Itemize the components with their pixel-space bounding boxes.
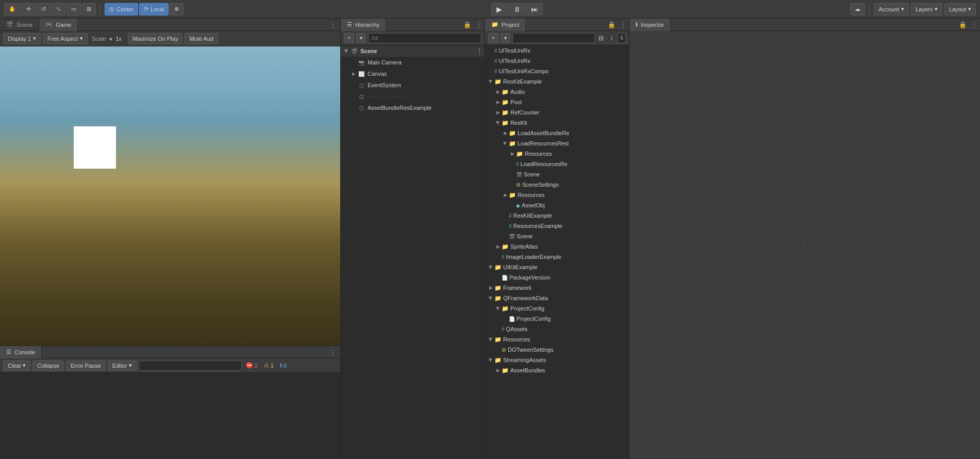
mute-btn[interactable]: Mute Aud — [185, 33, 218, 44]
tree-audio[interactable]: ▶ 📁 Audio — [485, 87, 629, 97]
layout-dropdown[interactable]: Layout ▾ — [944, 3, 976, 15]
tree-projectconfig-cs[interactable]: ▶ 📄 ProjectConfig — [485, 314, 629, 324]
tree-qframeworkdata[interactable]: ▶ 📁 QFrameworkData — [485, 293, 629, 303]
project-filter-icon[interactable]: ⊟ — [597, 34, 605, 42]
tree-packageversion[interactable]: ▶ 📄 PackageVersion — [485, 272, 629, 283]
tree-assetobj[interactable]: ▶ ◆ AssetObj — [485, 200, 629, 210]
game-tab[interactable]: 🎮 Game — [39, 19, 78, 31]
tree-assetbundles[interactable]: ▶ 📁 AssetBundles — [485, 365, 629, 375]
inspector-tab[interactable]: ℹ Inspector — [629, 19, 671, 31]
tree-scene-2[interactable]: ▶ 🎬 Scene — [485, 231, 629, 241]
tree-loadresources[interactable]: ▶ 📁 LoadResourcesResl — [485, 138, 629, 149]
hierarchy-add-dropdown[interactable]: ▾ — [356, 33, 366, 43]
console-tab[interactable]: ☰ Console — [0, 346, 42, 358]
hierarchy-menu-icon[interactable]: ⋮ — [473, 21, 485, 29]
scale-tool-btn[interactable]: ⤡ — [52, 3, 65, 15]
tree-loadassetbundle[interactable]: ▶ 📁 LoadAssetBundleRe — [485, 128, 629, 138]
account-dropdown[interactable]: Account ▾ — [874, 3, 909, 15]
move-tool-btn[interactable]: ✛ — [22, 3, 36, 15]
scene-menu-icon[interactable]: ⋮ — [476, 47, 483, 55]
tree-loadresources-cs[interactable]: ▶ # LoadResourcesRe — [485, 159, 629, 169]
reskit-expand: ▶ — [494, 119, 502, 126]
assetbundle-icon: ⬡ — [357, 104, 366, 112]
tree-spriteatlas[interactable]: ▶ 📁 SpriteAtlas — [485, 241, 629, 252]
hierarchy-lock-icon[interactable]: 🔒 — [461, 21, 473, 28]
project-search-input[interactable] — [512, 33, 595, 43]
hierarchy-search-input[interactable] — [368, 33, 481, 43]
aspect-dropdown[interactable]: Free Aspect ▾ — [43, 33, 88, 44]
pivot-btn[interactable]: ⊕ — [170, 3, 184, 15]
hierarchy-assetbundle-example[interactable]: ▶ ⬡ AssetBundleResExample — [341, 102, 485, 113]
tree-pool[interactable]: ▶ 📁 Pool — [485, 97, 629, 107]
project-menu-icon[interactable]: ⋮ — [618, 21, 629, 29]
tree-scenesettings[interactable]: ▶ ⚙ SceneSettings — [485, 179, 629, 190]
tree-uitestunirx-2[interactable]: ▶ # UITestUniRx — [485, 56, 629, 66]
editor-dropdown[interactable]: Editor ▾ — [108, 360, 137, 371]
tree-uitestunirx-1[interactable]: ▶ # UITestUniRx — [485, 45, 629, 56]
game-tab-label: Game — [56, 22, 71, 28]
inspector-lock-icon[interactable]: 🔒 — [957, 21, 969, 28]
hand-tool-btn[interactable]: ✋ — [4, 3, 21, 15]
pause-btn[interactable]: ⏸ — [509, 3, 525, 15]
transform-tools: ✋ ✛ ↺ ⤡ ▭ ⊞ — [4, 3, 96, 15]
layers-chevron-icon: ▾ — [935, 6, 938, 12]
play-btn[interactable]: ▶ — [491, 3, 508, 15]
tree-uitestunirxcompo[interactable]: ▶ # UITestUniRxCompo — [485, 66, 629, 76]
tree-scene-inner[interactable]: ▶ 🎬 Scene — [485, 169, 629, 179]
collapse-btn[interactable]: Collapse — [32, 360, 64, 371]
tree-framework[interactable]: ▶ 📁 Framework — [485, 283, 629, 293]
tree-imageloader[interactable]: ▶ # ImageLoaderExample — [485, 252, 629, 262]
hierarchy-canvas[interactable]: ▶ ⬜ Canvas — [341, 68, 485, 79]
console-tab-menu-btn[interactable]: ⋮ — [328, 347, 338, 357]
maximize-btn[interactable]: Maximize On Play — [128, 33, 183, 44]
inspector-tab-icon: ℹ — [636, 21, 638, 28]
step-btn[interactable]: ⏭ — [526, 3, 543, 15]
qframeworkdata-label: QFrameworkData — [503, 295, 548, 301]
tree-streamingassets[interactable]: ▶ 📁 StreamingAssets — [485, 355, 629, 365]
tree-dotweensettings[interactable]: ▶ ⚙ DOTweenSettings — [485, 345, 629, 355]
console-search-input[interactable] — [139, 360, 242, 371]
project-add-dropdown[interactable]: ▾ — [501, 33, 510, 43]
uitestunirx2-label: UITestUniRx — [499, 58, 530, 64]
project-tab[interactable]: 📁 Project — [485, 19, 526, 31]
rotate-tool-btn[interactable]: ↺ — [37, 3, 51, 15]
view-tab-menu-btn[interactable]: ⋮ — [328, 20, 338, 30]
error-pause-btn[interactable]: Error Pause — [66, 360, 106, 371]
spriteatlas-folder-icon: 📁 — [502, 243, 509, 250]
hierarchy-tab[interactable]: ☰ Hierarchy — [341, 19, 386, 31]
hierarchy-main-camera[interactable]: ▶ 📷 Main Camera — [341, 57, 485, 68]
editor-chevron-icon: ▾ — [129, 362, 132, 369]
tree-qassets[interactable]: ▶ # QAssets — [485, 324, 629, 334]
tree-resources-inner[interactable]: ▶ 📁 Resources — [485, 149, 629, 159]
rect-tool-btn[interactable]: ▭ — [67, 3, 81, 15]
project-add-btn[interactable]: + — [488, 33, 499, 43]
project-sort-icon[interactable]: ↕ — [607, 34, 616, 42]
tree-resources-2[interactable]: ▶ 📁 Resources — [485, 190, 629, 200]
tree-refcounter[interactable]: ▶ 📁 RefCounter — [485, 107, 629, 118]
cloud-btn[interactable]: ☁ — [850, 3, 865, 15]
tree-reskitexample-cs[interactable]: ▶ # ResKitExample — [485, 210, 629, 221]
display-dropdown[interactable]: Display 1 ▾ — [3, 33, 41, 44]
project-view-icon[interactable]: 6 — [618, 33, 626, 43]
camera-icon: 📷 — [357, 58, 366, 67]
tree-reskitexample[interactable]: ▶ 📁 ResKitExample — [485, 76, 629, 87]
tree-uikitexample[interactable]: ▶ 📁 UIKitExample — [485, 262, 629, 272]
spriteatlas-expand: ▶ — [494, 243, 502, 250]
layers-dropdown[interactable]: Layers ▾ — [911, 3, 942, 15]
clear-dropdown[interactable]: Clear ▾ — [3, 360, 30, 371]
tree-resources-root[interactable]: ▶ 📁 Resources — [485, 334, 629, 345]
uitestunirx1-icon: # — [494, 48, 497, 54]
transform-tool-btn[interactable]: ⊞ — [82, 3, 96, 15]
scene-tab[interactable]: 🎬 Scene — [0, 19, 39, 31]
reskitexample-cs-label: ResKitExample — [513, 212, 552, 219]
inspector-menu-icon[interactable]: ⋮ — [969, 21, 980, 29]
hierarchy-scene-root[interactable]: ▶ 🎬 Scene ⋮ — [341, 45, 485, 57]
local-btn[interactable]: ⟳ Local — [139, 3, 169, 15]
tree-projectconfig-folder[interactable]: ▶ 📁 ProjectConfig — [485, 303, 629, 314]
hierarchy-eventsystem[interactable]: ▶ ⬡ EventSystem — [341, 79, 485, 91]
center-btn[interactable]: ◎ Center — [105, 3, 138, 15]
project-lock-icon[interactable]: 🔒 — [606, 21, 618, 28]
tree-reskit[interactable]: ▶ 📁 ResKit — [485, 118, 629, 128]
tree-resourcesexample[interactable]: ▶ # ResourcesExample — [485, 221, 629, 231]
hierarchy-add-btn[interactable]: + — [344, 33, 354, 43]
